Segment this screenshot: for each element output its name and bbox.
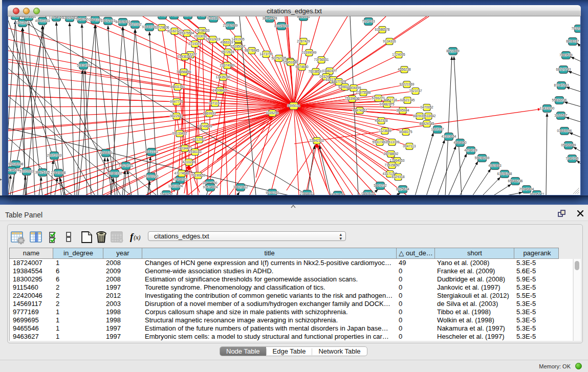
svg-text:5395024: 5395024 (287, 104, 300, 107)
svg-text:1640052: 1640052 (160, 192, 173, 195)
svg-text:29946804: 29946804 (519, 187, 534, 191)
svg-text:4060883: 4060883 (488, 164, 502, 167)
svg-text:84677378: 84677378 (332, 80, 346, 83)
svg-text:07482175: 07482175 (380, 102, 395, 106)
svg-text:(x): (x) (134, 234, 141, 241)
svg-text:67749649: 67749649 (198, 124, 212, 128)
svg-text:62729806: 62729806 (155, 26, 169, 29)
svg-text:4562328: 4562328 (375, 119, 388, 122)
svg-text:7923747: 7923747 (409, 89, 422, 93)
svg-text:03669096: 03669096 (557, 129, 572, 133)
svg-text:01399049: 01399049 (302, 51, 317, 54)
svg-text:1869993: 1869993 (203, 112, 216, 115)
svg-text:22782489: 22782489 (223, 24, 238, 27)
svg-text:44431351: 44431351 (170, 85, 185, 89)
svg-text:8710122: 8710122 (128, 23, 142, 26)
svg-text:5869232: 5869232 (374, 184, 387, 187)
svg-text:81080132: 81080132 (107, 171, 122, 175)
svg-text:09133412: 09133412 (172, 132, 187, 135)
svg-text:29973763: 29973763 (47, 154, 62, 157)
svg-text:94078161: 94078161 (21, 16, 36, 18)
svg-text:0047113: 0047113 (403, 144, 416, 148)
svg-text:7940265: 7940265 (9, 16, 22, 17)
svg-text:29912419: 29912419 (206, 37, 221, 41)
svg-text:13315098: 13315098 (274, 24, 289, 28)
svg-text:6572628: 6572628 (221, 50, 234, 54)
svg-text:02621745: 02621745 (400, 98, 415, 102)
svg-text:47174648: 47174648 (175, 171, 189, 175)
svg-text:8708317: 8708317 (566, 39, 579, 43)
svg-text:6048175: 6048175 (399, 130, 412, 134)
svg-text:0450533: 0450533 (361, 192, 375, 195)
svg-text:0471167: 0471167 (209, 101, 222, 105)
svg-text:76320163: 76320163 (572, 27, 580, 30)
svg-text:36995777: 36995777 (530, 192, 545, 195)
svg-text:90916998: 90916998 (9, 162, 24, 166)
svg-text:3166587: 3166587 (554, 114, 568, 117)
svg-text:9301031: 9301031 (297, 16, 310, 18)
svg-text:0470952: 0470952 (420, 105, 433, 109)
svg-text:2787429: 2787429 (297, 39, 310, 43)
svg-text:8721489: 8721489 (446, 49, 460, 53)
svg-text:13435240: 13435240 (216, 75, 231, 79)
svg-text:13164752: 13164752 (49, 16, 64, 19)
svg-text:61595148: 61595148 (497, 172, 512, 176)
svg-text:46474367: 46474367 (353, 108, 367, 112)
svg-text:9134316: 9134316 (383, 39, 396, 43)
svg-text:6025634: 6025634 (396, 187, 409, 191)
svg-text:77360260: 77360260 (144, 174, 159, 178)
svg-text:5183473: 5183473 (77, 63, 90, 67)
svg-text:93534874: 93534874 (203, 185, 218, 189)
svg-text:47468723: 47468723 (173, 178, 188, 181)
svg-text:55812236: 55812236 (552, 98, 567, 102)
svg-text:1607337: 1607337 (431, 127, 444, 131)
svg-text:1656670: 1656670 (99, 151, 113, 155)
svg-text:2812067: 2812067 (192, 138, 206, 141)
svg-text:7123685: 7123685 (378, 129, 391, 133)
svg-text:37672423: 37672423 (101, 19, 116, 23)
svg-text:5329318: 5329318 (391, 175, 405, 179)
svg-text:72624731: 72624731 (119, 164, 134, 167)
svg-text:23511615: 23511615 (15, 21, 30, 25)
svg-text:77190659: 77190659 (191, 173, 206, 177)
svg-text:1491905: 1491905 (231, 37, 245, 41)
svg-text:9570154: 9570154 (195, 16, 208, 17)
svg-text:9022941: 9022941 (170, 114, 183, 118)
svg-text:24008427: 24008427 (213, 89, 228, 92)
svg-text:68727743: 68727743 (556, 68, 571, 71)
svg-text:03482477: 03482477 (322, 69, 337, 73)
svg-text:65185067: 65185067 (231, 45, 246, 48)
svg-text:4936183: 4936183 (188, 150, 202, 154)
svg-text:78856855: 78856855 (177, 70, 191, 74)
svg-text:5674680: 5674680 (295, 65, 309, 69)
svg-text:7346706: 7346706 (565, 157, 579, 160)
svg-text:7648350: 7648350 (75, 17, 89, 21)
svg-text:27868011: 27868011 (300, 192, 315, 195)
svg-text:4556238: 4556238 (398, 68, 411, 71)
svg-text:7048281: 7048281 (167, 16, 181, 17)
svg-text:7917693: 7917693 (362, 19, 375, 23)
svg-text:4586850: 4586850 (453, 141, 467, 144)
svg-text:65648236: 65648236 (508, 179, 523, 183)
svg-text:4210249: 4210249 (182, 160, 195, 164)
svg-text:65375564: 65375564 (180, 31, 194, 35)
svg-text:0564139: 0564139 (89, 18, 102, 21)
svg-text:89325288: 89325288 (181, 16, 195, 17)
svg-text:73515850: 73515850 (385, 163, 400, 167)
svg-text:71756551: 71756551 (314, 58, 329, 61)
svg-text:5766270: 5766270 (372, 96, 385, 100)
svg-text:13433200: 13433200 (540, 106, 555, 110)
svg-text:76038597: 76038597 (309, 70, 323, 73)
svg-text:4966319: 4966319 (220, 40, 233, 44)
svg-text:58404499: 58404499 (346, 86, 361, 90)
svg-text:49593103: 49593103 (35, 19, 50, 23)
svg-text:43303654: 43303654 (442, 135, 456, 138)
svg-text:27849808: 27849808 (51, 171, 66, 174)
svg-text:75339636: 75339636 (345, 97, 360, 100)
svg-text:26758692: 26758692 (384, 152, 399, 156)
svg-text:87347143: 87347143 (554, 83, 569, 87)
svg-text:27875588: 27875588 (356, 91, 371, 94)
svg-text:22842102: 22842102 (310, 139, 324, 142)
svg-text:98776945: 98776945 (245, 49, 259, 52)
svg-text:0651333: 0651333 (145, 150, 158, 154)
